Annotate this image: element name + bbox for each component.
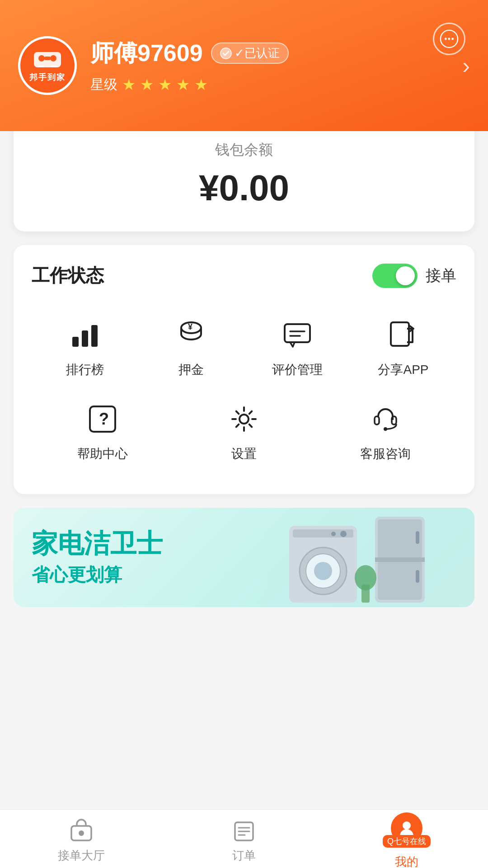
work-toggle[interactable] [372, 264, 418, 288]
menu-item-service[interactable]: 客服咨询 [315, 392, 456, 472]
nav-item-orders-hall[interactable]: 接单大厅 [0, 814, 163, 863]
svg-rect-23 [375, 416, 379, 425]
toggle-label: 接单 [426, 265, 456, 286]
svg-point-6 [50, 55, 56, 61]
wallet-label: 钱包余额 [32, 140, 456, 160]
svg-point-32 [331, 532, 336, 536]
nav-label-mine: 我的 [395, 854, 418, 868]
share-icon [385, 317, 422, 353]
orders-hall-icon [69, 819, 94, 844]
menu-label-ranking: 排行榜 [66, 361, 104, 378]
deposit-icon: ¥ [173, 317, 209, 353]
star-2: ★ [140, 75, 154, 94]
svg-point-40 [355, 565, 376, 590]
menu-item-settings[interactable]: 设置 [173, 392, 314, 472]
nav-label-orders-hall: 接单大厅 [58, 848, 105, 863]
svg-point-5 [38, 55, 45, 61]
online-badge-text: Q七号在线 [387, 837, 426, 846]
avatar: 邦手到家 [18, 36, 77, 95]
menu-item-ranking[interactable]: 排行榜 [32, 308, 138, 387]
svg-rect-9 [51, 66, 56, 67]
menu-item-deposit[interactable]: ¥ 押金 [138, 308, 244, 387]
logo-text: 邦手到家 [29, 72, 66, 83]
svg-point-31 [340, 531, 347, 537]
svg-point-22 [239, 415, 249, 424]
svg-point-47 [403, 821, 411, 830]
menu-label-service: 客服咨询 [360, 445, 411, 462]
svg-rect-13 [91, 325, 98, 347]
menu-label-settings: 设置 [231, 445, 257, 462]
svg-point-2 [448, 38, 450, 40]
menu-item-share[interactable]: 分享APP [350, 308, 456, 387]
nav-item-mine[interactable]: Q七号在线 我的 [325, 808, 488, 868]
svg-text:¥: ¥ [188, 322, 192, 331]
svg-point-30 [314, 562, 332, 580]
svg-rect-7 [44, 57, 51, 60]
star-4: ★ [176, 75, 190, 94]
header: 邦手到家 师傅97609 ✓已认证 星级 ★ ★ ★ ★ [0, 0, 488, 131]
online-badge: Q七号在线 [383, 835, 431, 848]
svg-rect-34 [378, 519, 422, 558]
orders-icon [231, 819, 257, 844]
nav-item-orders[interactable]: 订单 [163, 814, 325, 863]
svg-rect-19 [391, 322, 409, 346]
profile-arrow[interactable]: › [462, 52, 470, 79]
work-status-card: 工作状态 接单 排行榜 [14, 245, 474, 494]
svg-point-3 [451, 38, 454, 40]
banner-text: 家电洁卫士 省心更划算 [14, 514, 181, 601]
menu-label-deposit: 押金 [178, 361, 204, 378]
toggle-knob [396, 266, 415, 285]
profile-row: 邦手到家 师傅97609 ✓已认证 星级 ★ ★ ★ ★ [18, 36, 470, 95]
banner-title: 家电洁卫士 [32, 528, 163, 559]
svg-rect-24 [392, 416, 396, 425]
stars-label: 星级 [90, 75, 117, 94]
menu-row-2: ? 帮助中心 设置 [32, 392, 456, 472]
svg-rect-12 [82, 330, 88, 347]
username: 师傅97609 [90, 38, 203, 69]
reviews-icon [279, 317, 315, 353]
svg-point-10 [221, 48, 231, 59]
svg-text:?: ? [99, 410, 109, 428]
bottom-nav: 接单大厅 订单 Q七号在线 我的 [0, 809, 488, 868]
menu-label-help: 帮助中心 [77, 445, 128, 462]
menu-item-help[interactable]: ? 帮助中心 [32, 392, 173, 472]
svg-rect-35 [378, 561, 422, 600]
svg-point-1 [445, 38, 447, 40]
svg-rect-8 [38, 66, 44, 67]
svg-rect-37 [416, 531, 419, 544]
menu-label-reviews: 评价管理 [272, 361, 323, 378]
banner[interactable]: 家电洁卫士 省心更划算 [14, 508, 474, 607]
profile-info: 师傅97609 ✓已认证 星级 ★ ★ ★ ★ ★ [90, 38, 449, 94]
svg-point-25 [384, 427, 387, 431]
svg-rect-38 [416, 570, 419, 583]
settings-icon [226, 401, 262, 437]
svg-rect-36 [375, 557, 425, 562]
star-3: ★ [158, 75, 172, 94]
menu-row-1: 排行榜 ¥ 押金 评价管理 [32, 308, 456, 387]
service-icon [367, 401, 404, 437]
svg-rect-16 [285, 324, 310, 342]
chat-button[interactable] [433, 23, 465, 55]
star-5: ★ [194, 75, 208, 94]
wallet-amount: ¥0.00 [32, 167, 456, 209]
svg-point-42 [79, 830, 84, 836]
star-1: ★ [122, 75, 136, 94]
banner-appliance [267, 508, 474, 607]
banner-subtitle: 省心更划算 [32, 562, 163, 587]
menu-label-share: 分享APP [378, 361, 428, 378]
nav-label-orders: 订单 [232, 848, 256, 863]
verified-label: ✓已认证 [235, 45, 280, 61]
help-icon: ? [84, 401, 121, 437]
svg-rect-11 [72, 337, 79, 347]
ranking-icon [67, 317, 103, 353]
status-title: 工作状态 [32, 263, 104, 288]
menu-item-reviews[interactable]: 评价管理 [244, 308, 350, 387]
wallet-card: 钱包余额 ¥0.00 [14, 118, 474, 231]
stars-row: 星级 ★ ★ ★ ★ ★ [90, 75, 449, 94]
verified-badge: ✓已认证 [211, 42, 289, 64]
